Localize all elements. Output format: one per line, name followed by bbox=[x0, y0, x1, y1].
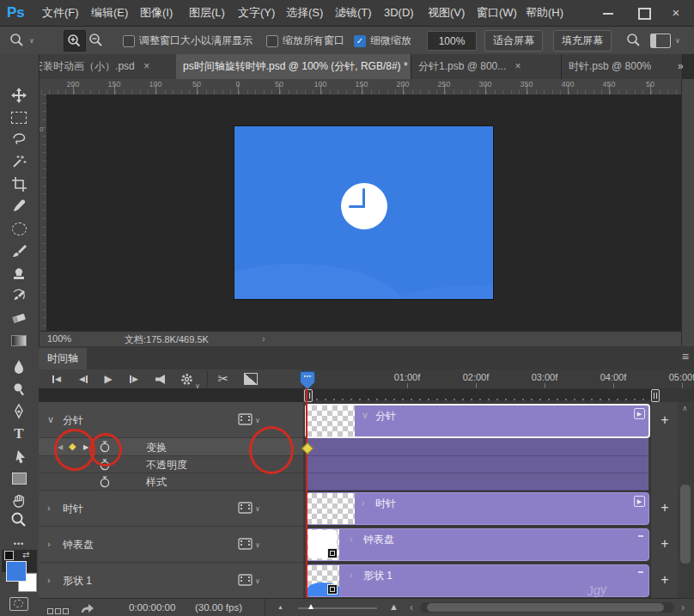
menu-edit[interactable]: 编辑(E) bbox=[83, 0, 136, 26]
minimize-icon[interactable] bbox=[596, 0, 625, 26]
timeline-vertical-scrollbar[interactable]: ∧ bbox=[678, 402, 694, 598]
transform-property-strip[interactable] bbox=[306, 438, 648, 456]
transition-icon[interactable] bbox=[243, 372, 259, 386]
type-tool[interactable]: T bbox=[7, 424, 31, 444]
stopwatch-icon[interactable] bbox=[99, 476, 111, 488]
blur-tool[interactable] bbox=[7, 357, 31, 377]
menu-image[interactable]: 图像(I) bbox=[132, 0, 180, 26]
timeline-ruler[interactable]: 01:00f 02:00f 03:00f 04:00f 05:00f bbox=[303, 369, 694, 388]
fill-screen-button[interactable]: 填充屏幕 bbox=[553, 30, 612, 52]
zoom-in-timeline-icon[interactable]: ▲ bbox=[389, 601, 399, 612]
style-property-strip[interactable] bbox=[306, 473, 648, 491]
gradient-tool[interactable] bbox=[7, 330, 31, 351]
zoom-out-timeline-icon[interactable]: ▲ bbox=[277, 604, 283, 610]
rectangular-marquee-tool[interactable] bbox=[7, 107, 31, 128]
render-video-arrow-icon[interactable] bbox=[80, 602, 94, 616]
chevron-right-icon[interactable]: › bbox=[47, 575, 51, 585]
chevron-right-icon[interactable]: › bbox=[47, 539, 51, 549]
video-track-icon[interactable] bbox=[238, 502, 253, 514]
pen-tool[interactable] bbox=[7, 401, 31, 422]
move-tool[interactable] bbox=[7, 85, 31, 106]
dodge-tool[interactable] bbox=[7, 379, 31, 399]
work-area-end-handle[interactable] bbox=[651, 389, 660, 402]
scroll-up-icon[interactable]: ∧ bbox=[682, 404, 688, 412]
track-caret-icon[interactable]: ∨ bbox=[255, 541, 260, 549]
menu-3d[interactable]: 3D(D) bbox=[376, 0, 422, 26]
clip-chevron-icon[interactable]: › bbox=[350, 570, 353, 580]
eraser-tool[interactable] bbox=[7, 308, 31, 328]
menu-file[interactable]: 文件(F) bbox=[34, 0, 87, 26]
menu-filter[interactable]: 滤镜(T) bbox=[327, 0, 380, 26]
track-row-clock-face[interactable]: › 钟表盘 ∨ bbox=[39, 527, 303, 563]
lasso-tool[interactable] bbox=[7, 129, 31, 149]
timeline-settings-gear-icon[interactable] bbox=[179, 372, 194, 386]
zoom-tool-caret-icon[interactable]: ∨ bbox=[29, 37, 34, 45]
add-media-button[interactable]: + bbox=[657, 412, 673, 428]
clip-minute-hand[interactable]: ∨ 分针 ▶ bbox=[305, 404, 650, 438]
clip-end-icon[interactable]: ▶ bbox=[634, 496, 645, 507]
clip-clock-face[interactable]: › 钟表盘 bbox=[306, 528, 649, 561]
settings-caret-icon[interactable]: ∨ bbox=[195, 382, 200, 390]
menu-window[interactable]: 窗口(W) bbox=[469, 0, 525, 26]
track-row-shape-1[interactable]: › 形状 1 ∨ bbox=[39, 563, 303, 599]
zoom-tool-icon[interactable] bbox=[9, 33, 26, 51]
audio-mute-icon[interactable] bbox=[153, 372, 167, 386]
rectangle-shape-tool[interactable] bbox=[7, 468, 31, 489]
zoom-value-input[interactable] bbox=[427, 31, 477, 51]
canvas-area[interactable] bbox=[46, 95, 681, 331]
zoom-tool-selected[interactable] bbox=[7, 509, 31, 530]
add-media-button[interactable]: + bbox=[657, 500, 673, 515]
property-row-style[interactable]: 样式 bbox=[39, 473, 303, 491]
swap-colors-icon[interactable]: ⇄ bbox=[22, 550, 29, 559]
maximize-icon[interactable] bbox=[629, 0, 658, 26]
video-track-icon[interactable] bbox=[238, 413, 253, 425]
split-clip-scissors-icon[interactable]: ✂ bbox=[215, 372, 232, 386]
timeline-tab[interactable]: 时间轴 bbox=[39, 348, 87, 369]
hand-tool[interactable] bbox=[7, 490, 31, 510]
track-caret-icon[interactable]: ∨ bbox=[255, 417, 260, 424]
tab-close-icon[interactable]: × bbox=[143, 60, 149, 72]
panel-menu-icon[interactable]: ≡ bbox=[682, 350, 689, 363]
workspace-panel-icon[interactable] bbox=[650, 34, 671, 48]
scroll-right-icon[interactable]: › bbox=[681, 601, 685, 613]
history-brush-tool[interactable] bbox=[7, 285, 31, 306]
clip-chevron-icon[interactable]: › bbox=[362, 497, 365, 508]
menu-type[interactable]: 文字(Y) bbox=[230, 0, 283, 26]
magic-wand-tool[interactable] bbox=[7, 151, 31, 172]
scrollbar-thumb[interactable] bbox=[680, 485, 691, 564]
track-row-hour-hand[interactable]: › 时针 ∨ bbox=[39, 491, 303, 527]
video-track-icon[interactable] bbox=[238, 574, 253, 586]
resize-window-checkbox[interactable] bbox=[123, 35, 135, 47]
clone-stamp-tool[interactable] bbox=[7, 263, 31, 284]
first-frame-button[interactable]: ◀ bbox=[49, 372, 64, 386]
tab-document-2-active[interactable]: ps时间轴旋转时钟.psd @ 100% (分针, RGB/8#) * × bbox=[176, 54, 411, 79]
default-colors-icon[interactable] bbox=[4, 551, 14, 560]
zoom-all-checkbox[interactable] bbox=[266, 35, 278, 47]
scrollbar-thumb[interactable] bbox=[427, 603, 664, 612]
scroll-left-icon[interactable]: ‹ bbox=[410, 601, 413, 613]
tab-close-icon[interactable]: × bbox=[515, 60, 521, 72]
track-caret-icon[interactable]: ∨ bbox=[255, 505, 260, 513]
crop-tool[interactable] bbox=[7, 174, 31, 194]
menu-view[interactable]: 视图(V) bbox=[420, 0, 472, 26]
menu-select[interactable]: 选择(S) bbox=[278, 0, 331, 26]
work-area-bar[interactable] bbox=[307, 389, 654, 400]
tab-document-4[interactable]: 时针.psb @ 800% bbox=[562, 54, 683, 79]
tab-overflow-icon[interactable]: » bbox=[678, 60, 684, 72]
chevron-right-icon[interactable]: › bbox=[47, 503, 51, 513]
spot-healing-tool[interactable] bbox=[7, 218, 31, 239]
zoom-slider-thumb[interactable]: ▲ bbox=[307, 601, 315, 611]
quick-mask-icon[interactable] bbox=[9, 597, 28, 611]
canvas-scrollbar[interactable] bbox=[681, 79, 694, 346]
play-button[interactable]: ▶ bbox=[100, 372, 116, 386]
workspace-caret-icon[interactable]: ∨ bbox=[675, 37, 680, 45]
menu-help[interactable]: 帮助(H) bbox=[518, 0, 571, 26]
render-frames-icon[interactable] bbox=[47, 605, 70, 616]
zoom-out-button[interactable] bbox=[88, 33, 105, 51]
scrubby-zoom-checkbox[interactable]: ✓ bbox=[354, 35, 366, 47]
add-media-button[interactable]: + bbox=[657, 572, 673, 588]
menu-layer[interactable]: 图层(L) bbox=[181, 0, 233, 26]
opacity-property-strip[interactable] bbox=[306, 456, 648, 473]
tab-document-3[interactable]: 分针1.psb @ 800... × bbox=[411, 54, 562, 79]
fit-screen-button[interactable]: 适合屏幕 bbox=[484, 30, 543, 52]
